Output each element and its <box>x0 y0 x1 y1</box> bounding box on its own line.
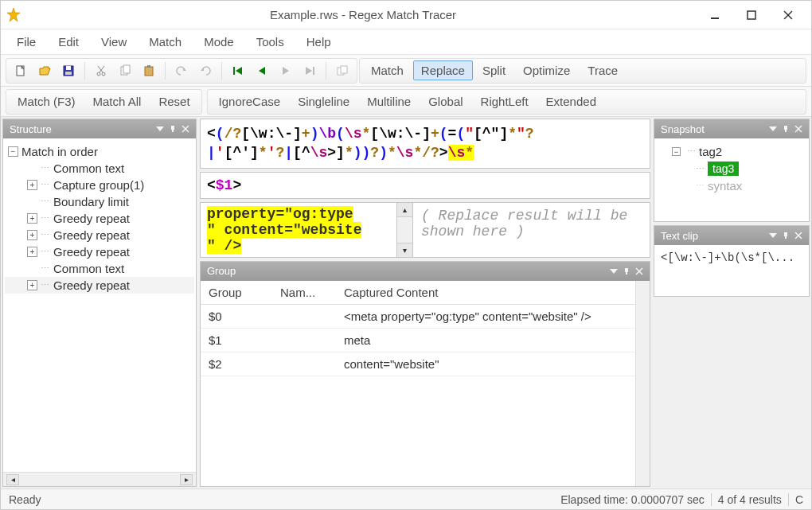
svg-marker-20 <box>236 67 242 75</box>
svg-rect-33 <box>625 268 628 272</box>
svg-marker-0 <box>7 8 20 21</box>
tree-item[interactable]: Greedy repeat <box>53 228 130 242</box>
svg-rect-1 <box>711 18 719 19</box>
panel-menu-icon[interactable] <box>769 125 777 133</box>
svg-marker-42 <box>769 233 777 238</box>
replacement-input[interactable]: <$1> <box>200 172 650 199</box>
menu-tools[interactable]: Tools <box>247 32 294 52</box>
btn-match-f3[interactable]: Match (F3) <box>10 91 84 111</box>
tree-item[interactable]: Boundary limit <box>53 195 129 208</box>
main-area: Structure −Match in order ⋯Common text +… <box>1 117 811 489</box>
tab-replace[interactable]: Replace <box>413 60 473 80</box>
tab-trace[interactable]: Trace <box>580 60 626 80</box>
menu-help[interactable]: Help <box>297 32 341 52</box>
menu-view[interactable]: View <box>92 32 136 52</box>
cut-icon[interactable] <box>90 60 112 81</box>
copy-icon[interactable] <box>114 60 136 81</box>
svg-point-11 <box>97 72 100 76</box>
snap-item[interactable]: syntax <box>708 179 742 193</box>
group-row[interactable]: $1 meta <box>201 329 635 352</box>
menu-match[interactable]: Match <box>139 32 191 52</box>
tree-root[interactable]: Match in order <box>21 145 98 158</box>
regex-input[interactable]: <(/?[\w:\-]+)\b(\s*[\w:\-]+(=("[^"]*"?|'… <box>200 119 650 169</box>
tab-split[interactable]: Split <box>474 60 513 80</box>
undo-icon[interactable] <box>170 60 193 81</box>
snapshot-tree[interactable]: −⋯tag2 ⋯tag3 ⋯syntax <box>654 138 809 199</box>
save-icon[interactable] <box>57 60 80 81</box>
toolbar-primary: Match Replace Split Optimize Trace <box>1 55 811 87</box>
btn-reset[interactable]: Reset <box>150 91 197 111</box>
menu-mode[interactable]: Mode <box>194 32 244 52</box>
svg-rect-24 <box>313 67 314 75</box>
snapshot-header: Snapshot <box>654 119 809 138</box>
copy-match-icon[interactable] <box>331 60 353 81</box>
new-file-icon[interactable] <box>10 60 32 81</box>
app-icon <box>6 7 21 23</box>
svg-rect-29 <box>172 130 174 132</box>
tree-item[interactable]: Greedy repeat <box>53 278 130 292</box>
tree-item[interactable]: Greedy repeat <box>53 245 130 259</box>
svg-marker-37 <box>769 127 777 131</box>
textclip-content[interactable]: <[\w:\-]+\b(\s*[\... <box>654 245 809 271</box>
next-icon[interactable] <box>275 60 297 81</box>
svg-rect-43 <box>784 232 787 236</box>
opt-extended[interactable]: Extended <box>538 91 604 111</box>
pin-icon[interactable] <box>623 267 630 275</box>
tab-optimize[interactable]: Optimize <box>515 60 578 80</box>
snap-item[interactable]: tag2 <box>699 145 722 158</box>
opt-ignorecase[interactable]: IgnoreCase <box>211 91 289 111</box>
group-row[interactable]: $0 <meta property="og:type" content="web… <box>201 305 635 329</box>
svg-rect-44 <box>785 236 787 239</box>
tab-match[interactable]: Match <box>363 60 412 80</box>
tree-item[interactable]: Common text <box>53 162 124 175</box>
status-elapsed: Elapsed time: 0.0000707 sec <box>560 493 705 506</box>
minimize-button[interactable] <box>697 3 733 27</box>
prev-icon[interactable] <box>251 60 273 81</box>
sample-vscroll[interactable]: ▴▾ <box>397 202 413 258</box>
snap-item-selected[interactable]: tag3 <box>708 162 739 176</box>
menu-file[interactable]: File <box>7 32 45 52</box>
pin-icon[interactable] <box>782 125 790 133</box>
structure-hscroll[interactable]: ◂ ▸ <box>3 472 196 486</box>
status-ready: Ready <box>9 493 560 506</box>
tree-item[interactable]: Common text <box>53 262 124 275</box>
first-icon[interactable] <box>227 60 249 81</box>
opt-multiline[interactable]: Multiline <box>359 91 419 111</box>
opt-singleline[interactable]: Singleline <box>290 91 357 111</box>
pin-icon[interactable] <box>169 125 177 133</box>
last-icon[interactable] <box>299 60 321 81</box>
panel-menu-icon[interactable] <box>156 125 164 133</box>
close-panel-icon[interactable] <box>794 232 802 239</box>
opt-global[interactable]: Global <box>420 91 470 111</box>
group-row[interactable]: $2 content="website" <box>201 352 635 376</box>
structure-header: Structure <box>3 119 196 138</box>
close-panel-icon[interactable] <box>635 267 643 275</box>
panel-menu-icon[interactable] <box>769 232 777 239</box>
sample-text-input[interactable]: property="og:type " content="website " /… <box>200 202 397 258</box>
redo-icon[interactable] <box>194 60 217 81</box>
tree-item[interactable]: Greedy repeat <box>53 212 130 225</box>
svg-point-12 <box>102 72 105 76</box>
menubar: File Edit View Match Mode Tools Help <box>1 29 811 55</box>
close-button[interactable] <box>770 3 806 27</box>
paste-icon[interactable] <box>138 60 160 81</box>
menu-edit[interactable]: Edit <box>49 32 88 52</box>
close-panel-icon[interactable] <box>182 125 189 133</box>
status-extra: C <box>795 493 803 506</box>
maximize-button[interactable] <box>733 3 770 27</box>
status-results: 4 of 4 results <box>718 493 782 506</box>
structure-tree[interactable]: −Match in order ⋯Common text +⋯Capture g… <box>3 138 196 472</box>
pin-icon[interactable] <box>782 232 790 239</box>
svg-rect-7 <box>66 66 71 70</box>
btn-match-all[interactable]: Match All <box>85 91 150 111</box>
structure-title: Structure <box>10 123 151 135</box>
close-panel-icon[interactable] <box>794 125 802 133</box>
tree-item[interactable]: Capture group(1) <box>53 178 144 192</box>
panel-menu-icon[interactable] <box>610 267 618 275</box>
svg-rect-8 <box>65 72 72 75</box>
svg-rect-14 <box>123 65 130 73</box>
group-vscroll[interactable] <box>635 281 650 486</box>
opt-rightleft[interactable]: RightLeft <box>473 91 537 111</box>
open-folder-icon[interactable] <box>33 60 56 81</box>
svg-rect-26 <box>341 66 347 73</box>
